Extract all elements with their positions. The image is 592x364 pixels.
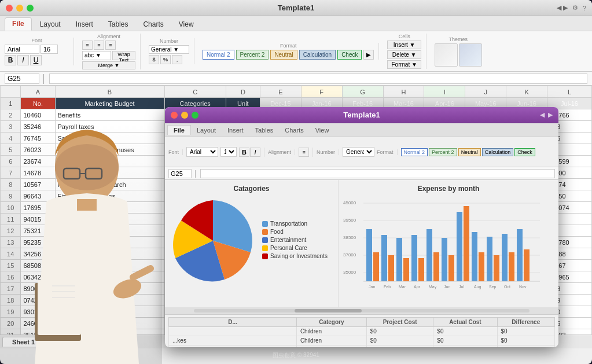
help-icon[interactable]: ? — [583, 5, 586, 12]
comma-button[interactable]: , — [172, 55, 182, 64]
cell[interactable]: Communication T... — [55, 271, 164, 283]
col-header-k[interactable]: K — [506, 86, 547, 98]
col-header-l[interactable]: L — [547, 86, 592, 98]
maximize-button[interactable] — [27, 5, 34, 12]
col-header-f[interactable]: F — [301, 86, 342, 98]
cell[interactable]: Payroll taxes — [55, 121, 164, 133]
insert-cell-button[interactable]: Insert ▼ — [387, 41, 421, 49]
col-header-a[interactable]: A — [21, 86, 55, 98]
gear-icon[interactable]: ⚙ — [572, 4, 578, 12]
dt-cell[interactable]: ...kes — [169, 336, 297, 345]
popup-minimize-button[interactable] — [181, 112, 188, 119]
cell[interactable]: 75321 — [21, 225, 55, 237]
align-right-button[interactable]: ≡ — [105, 41, 116, 50]
dt-cell[interactable]: $0 — [433, 336, 497, 345]
cell[interactable]: 93012 — [21, 306, 55, 318]
merge-button[interactable]: Merge ▼ — [82, 61, 135, 69]
popup-number-format[interactable]: General — [343, 147, 374, 157]
check-button[interactable]: Check — [337, 50, 362, 60]
popup-formula-input[interactable] — [200, 169, 555, 178]
formula-input[interactable] — [49, 73, 587, 84]
theme-b[interactable] — [459, 43, 482, 67]
cell[interactable]: Benefits — [55, 109, 164, 121]
sheet-tab-1[interactable]: Sheet 1 — [2, 337, 45, 347]
tab-layout[interactable]: Layout — [33, 19, 68, 31]
dt-cell[interactable]: $0 — [366, 345, 433, 348]
bold-button[interactable]: B — [5, 55, 16, 65]
cell[interactable]: 06342 — [21, 271, 55, 283]
number-format-dropdown[interactable]: General ▼ — [149, 45, 189, 54]
cell[interactable]: Salaries — [55, 133, 164, 144]
col-header-e[interactable]: E — [260, 86, 301, 98]
wrap-text-button[interactable]: Wrap Text — [112, 51, 135, 60]
cell[interactable]: Firm Research Fees — [55, 190, 164, 202]
dt-cell[interactable]: $0 — [497, 336, 555, 345]
popup-italic[interactable]: I — [250, 148, 260, 157]
calculation-button[interactable]: Calculation — [299, 50, 336, 60]
dt-cell[interactable] — [169, 327, 297, 336]
cell[interactable]: 89063 — [21, 283, 55, 295]
popup-cell-ref-input[interactable] — [168, 169, 192, 178]
popup-size-select[interactable]: 11 — [220, 147, 237, 157]
cell[interactable]: Commissions and bonuses — [55, 144, 164, 156]
cell[interactable]: 35151 — [21, 329, 55, 335]
cell[interactable]: 94015 — [21, 214, 55, 225]
theme-a[interactable] — [435, 43, 458, 67]
dt-cell[interactable]: $0 — [497, 327, 555, 336]
popup-close-button[interactable] — [171, 112, 178, 119]
cell[interactable]: 14678 — [21, 167, 55, 179]
dt-cell[interactable]: $0 — [497, 345, 555, 348]
cell[interactable]: Personnel Total — [55, 156, 164, 167]
tab-charts[interactable]: Charts — [136, 19, 170, 31]
popup-scroll-bar[interactable] — [165, 307, 558, 314]
cell[interactable]: 23674 — [21, 156, 55, 167]
format-more[interactable]: ▶ — [363, 50, 374, 60]
dt-cell[interactable]: $0 — [366, 336, 433, 345]
popup-nav-right[interactable]: ▶ — [548, 111, 553, 119]
col-header-b[interactable]: B — [55, 86, 164, 98]
cell[interactable]: Independent Reaeearch — [55, 179, 164, 190]
cell[interactable]: 35246 — [21, 121, 55, 133]
tab-view[interactable]: View — [172, 19, 201, 31]
cell[interactable]: 68508 — [21, 260, 55, 271]
italic-button[interactable]: I — [17, 55, 29, 65]
font-name-selector[interactable]: Arial — [5, 45, 39, 54]
cell[interactable]: 10460 — [21, 109, 55, 121]
popup-tab-view[interactable]: View — [310, 126, 335, 135]
popup-maximize-button[interactable] — [192, 112, 198, 119]
cell[interactable]: 10567 — [21, 179, 55, 190]
percent-button[interactable]: % — [160, 55, 171, 64]
dt-cell[interactable]: $0 — [366, 327, 433, 336]
col-header-c[interactable]: C — [164, 86, 226, 98]
align-center-button[interactable]: ≡ — [94, 41, 104, 50]
cell[interactable]: Market Research Total — [55, 202, 164, 214]
popup-percent2[interactable]: Percent 2 — [429, 148, 457, 156]
header-marketing[interactable]: Marketing Budget — [55, 98, 164, 109]
col-header-d[interactable]: D — [226, 86, 260, 98]
tab-insert[interactable]: Insert — [69, 19, 100, 31]
popup-font-select[interactable]: Arial — [186, 147, 218, 157]
popup-nav-left[interactable]: ◀ — [540, 111, 545, 119]
normal2-button[interactable]: Normal 2 — [203, 50, 234, 60]
popup-tab-file[interactable]: File — [167, 125, 191, 135]
cell[interactable]: Phone — [55, 295, 164, 306]
col-header-h[interactable]: H — [383, 86, 424, 98]
cell[interactable]: Com... — [55, 306, 164, 318]
cell[interactable]: 76745 — [21, 133, 55, 144]
tab-tables[interactable]: Tables — [101, 19, 135, 31]
align-dropdown[interactable]: abc ▼ — [82, 51, 111, 60]
nav-arrows[interactable]: ◀ ▶ — [557, 4, 568, 12]
cell[interactable]: Ot... — [55, 329, 164, 335]
popup-tab-insert[interactable]: Insert — [222, 126, 249, 135]
dt-cell[interactable]: $0 — [433, 327, 497, 336]
popup-calculation[interactable]: Calculation — [482, 148, 514, 156]
minimize-button[interactable] — [16, 5, 23, 12]
popup-tab-layout[interactable]: Layout — [191, 126, 222, 135]
cell[interactable]: Web Research — [55, 167, 164, 179]
sheet-tab-2[interactable]: Sheet 2 — [46, 337, 87, 347]
dt-cell[interactable]: Children — [296, 336, 366, 345]
cell[interactable]: Web Advertising — [55, 237, 164, 248]
cell[interactable]: 24601 — [21, 318, 55, 329]
popup-bold[interactable]: B — [239, 148, 249, 157]
popup-scroll-thumb[interactable] — [295, 309, 362, 312]
